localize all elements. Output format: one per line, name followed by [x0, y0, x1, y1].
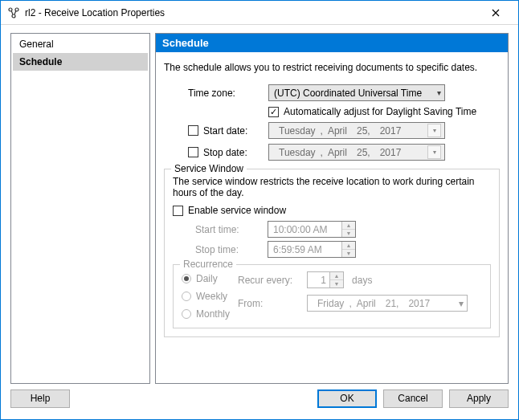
recurrence-daily-label: Daily: [196, 273, 218, 284]
recurrence-weekly-radio[interactable]: [182, 292, 191, 301]
sidebar: General Schedule: [10, 33, 150, 384]
stop-time-field[interactable]: 6:59:59 AM ▲▼: [268, 241, 356, 258]
recurrence-weekly-label: Weekly: [196, 291, 227, 302]
recurrence-fieldset: Recurrence Daily Weekly: [173, 264, 491, 328]
stop-date-label: Stop date:: [203, 147, 247, 158]
timezone-label: Time zone:: [164, 88, 268, 99]
timezone-combo[interactable]: (UTC) Coordinated Universal Time ▾: [268, 84, 445, 101]
main-panel: Schedule The schedule allows you to rest…: [155, 33, 509, 384]
recur-every-field[interactable]: 1 ▲▼: [307, 271, 344, 288]
recurrence-legend: Recurrence: [180, 259, 236, 270]
start-time-label: Start time:: [195, 224, 268, 235]
recur-every-label: Recur every:: [238, 275, 307, 286]
footer: Help OK Cancel Apply: [1, 384, 518, 419]
stop-date-row: Stop date: Tuesday, April 25, 2017 ▾: [164, 144, 500, 161]
calendar-icon[interactable]: ▾: [459, 298, 464, 309]
service-window-desc: The service window restricts the receive…: [173, 176, 491, 198]
ok-button[interactable]: OK: [317, 389, 377, 408]
recurrence-monthly-label: Monthly: [196, 308, 230, 320]
spinner-icon[interactable]: ▲▼: [329, 272, 343, 287]
stop-time-row: Stop time: 6:59:59 AM ▲▼: [195, 241, 491, 258]
from-date-field[interactable]: Friday, April 21, 2017 ▾: [307, 295, 468, 312]
recurrence-daily-radio[interactable]: [182, 274, 191, 283]
recurrence-monthly-radio[interactable]: [182, 309, 191, 319]
stop-date-checkbox[interactable]: [188, 147, 198, 157]
service-window-legend: Service Window: [171, 163, 247, 174]
window-title: rl2 - Receive Location Properties: [25, 7, 480, 18]
stop-time-label: Stop time:: [195, 244, 268, 255]
panel-body: The schedule allows you to restrict rece…: [156, 52, 508, 383]
dialog-window: rl2 - Receive Location Properties Genera…: [0, 0, 519, 420]
start-date-checkbox[interactable]: [188, 125, 198, 136]
sidebar-item-schedule[interactable]: Schedule: [13, 53, 148, 71]
app-icon: [7, 6, 20, 19]
sidebar-item-general[interactable]: General: [13, 35, 148, 53]
svg-point-0: [9, 8, 12, 11]
help-button[interactable]: Help: [10, 389, 70, 408]
timezone-value: (UTC) Coordinated Universal Time: [274, 88, 422, 99]
start-date-field[interactable]: Tuesday, April 25, 2017 ▾: [268, 122, 445, 139]
stop-date-field[interactable]: Tuesday, April 25, 2017 ▾: [268, 144, 445, 161]
recur-unit: days: [352, 275, 372, 286]
calendar-icon[interactable]: ▾: [427, 145, 441, 159]
from-label: From:: [238, 298, 307, 309]
start-date-label: Start date:: [203, 125, 247, 137]
spinner-icon[interactable]: ▲▼: [341, 242, 355, 257]
apply-button[interactable]: Apply: [449, 389, 509, 408]
svg-point-2: [12, 14, 15, 18]
content-area: General Schedule Schedule The schedule a…: [1, 25, 518, 384]
service-window-fieldset: Service Window The service window restri…: [164, 169, 500, 337]
enable-service-window-checkbox[interactable]: [173, 206, 183, 216]
enable-service-window-label: Enable service window: [188, 205, 286, 216]
panel-description: The schedule allows you to restrict rece…: [164, 62, 500, 73]
calendar-icon[interactable]: ▾: [427, 124, 441, 137]
dst-row: Automatically adjust for Daylight Saving…: [164, 106, 500, 117]
start-time-row: Start time: 10:00:00 AM ▲▼: [195, 221, 491, 238]
panel-header: Schedule: [156, 34, 508, 52]
close-button[interactable]: [480, 2, 512, 24]
spinner-icon[interactable]: ▲▼: [341, 222, 355, 237]
cancel-button[interactable]: Cancel: [383, 389, 443, 408]
dst-checkbox[interactable]: [268, 107, 279, 117]
svg-point-1: [15, 8, 18, 11]
dst-label: Automatically adjust for Daylight Saving…: [284, 106, 476, 117]
start-time-field[interactable]: 10:00:00 AM ▲▼: [268, 221, 356, 238]
start-date-row: Start date: Tuesday, April 25, 2017 ▾: [164, 122, 500, 139]
titlebar: rl2 - Receive Location Properties: [1, 1, 518, 25]
chevron-down-icon: ▾: [437, 88, 441, 97]
timezone-row: Time zone: (UTC) Coordinated Universal T…: [164, 84, 500, 101]
